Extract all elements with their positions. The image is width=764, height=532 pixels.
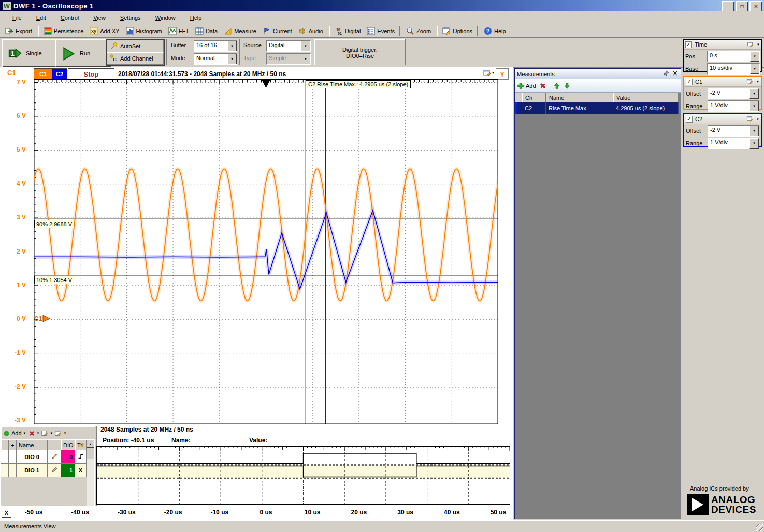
run-icon [61,46,76,61]
scroll-up-icon[interactable]: ▲ [87,440,94,448]
dio-trigger-cell[interactable] [75,450,87,464]
scroll-thumb[interactable] [87,448,94,459]
run-button[interactable]: Run [55,39,111,67]
menu-window[interactable]: Window [148,13,183,22]
dio-properties-button[interactable]: ▼ [55,430,67,437]
add-channel-button[interactable]: C Add Channel [107,52,164,65]
measurement-row[interactable]: C2Rise Time Max.4.2905 us (2 slope) [515,102,681,114]
toolbar-data-button[interactable]: Data [192,25,221,37]
close-button[interactable]: ✕ [749,1,762,12]
panel-options-icon[interactable] [746,115,754,123]
time-checkbox[interactable]: ✓ [685,41,692,48]
toolbar-current-button[interactable]: Current [260,25,295,37]
toolbar-audio-button[interactable]: Audio [295,25,326,37]
chevron-down-icon[interactable]: ▼ [749,138,759,149]
measurement-header-cell[interactable]: Value [613,93,679,102]
toolbar-add-xy-button[interactable]: xyAdd XY [87,25,122,37]
chevron-down-icon[interactable]: ▼ [301,41,310,51]
tab-c1[interactable]: C1 [34,68,52,80]
toolbar-histogram-button[interactable]: Histogram [123,25,165,37]
toolbar-zoom-button[interactable]: Zoom [403,25,434,37]
maximize-button[interactable]: □ [736,1,748,12]
chevron-down-icon[interactable]: ▼ [749,126,759,136]
toolbar-export-button[interactable]: Export [2,25,35,37]
menu-help[interactable]: Help [183,13,209,22]
dio-header-cell[interactable]: Name [17,440,48,450]
dio-value-cell[interactable]: 1 [61,464,75,477]
dio-header-cell[interactable]: Tri [75,440,87,450]
time-panel: ✓ Time ▼ Pos. 0 s▼ Base 10 us/div▼ [683,39,762,72]
dio-trigger-cell[interactable]: X [75,464,87,477]
c2-offset-select[interactable]: -2 V▼ [708,125,759,137]
chevron-down-icon[interactable]: ▼ [750,51,759,62]
y-axis-button[interactable]: Y [496,68,509,80]
plot-options-icon[interactable]: ▼ [483,69,495,77]
dio-edit-button[interactable]: ▼ [41,430,54,437]
c1-checkbox[interactable]: ✓ [686,79,693,85]
toolbar-measure-button[interactable]: Measure [221,25,260,37]
measurement-delete-button[interactable] [539,82,546,90]
toolbar-events-button[interactable]: Events [364,25,398,37]
measurement-move-down-button[interactable] [564,82,571,90]
measurement-header-cell[interactable]: Name [546,93,613,102]
menu-settings[interactable]: Settings [113,13,148,22]
data-icon [195,27,204,35]
source-select[interactable]: Digital▼ [266,40,311,52]
dio-value-cell[interactable]: 0 [61,450,75,464]
x-axis-button[interactable]: X [2,508,11,518]
oscilloscope-plot[interactable] [34,79,498,424]
dio-header-cell[interactable] [48,440,61,450]
chevron-down-icon[interactable]: ▼ [749,88,759,99]
c2-checkbox[interactable]: ✓ [686,116,693,123]
minimize-button[interactable]: _ [722,1,734,12]
chevron-down-icon[interactable]: ▼ [227,54,237,64]
mode-select[interactable]: Normal▼ [194,53,237,65]
panel-close-icon[interactable] [672,70,679,78]
dio-header-cell[interactable]: + [9,440,17,450]
measurement-header-cell[interactable]: Ch [522,93,546,102]
dio-delete-button[interactable]: ▼ [28,430,41,437]
chevron-down-icon[interactable]: ▼ [750,64,759,74]
toolbar-fft-button[interactable]: FFT [165,25,192,37]
toolbar-options-button[interactable]: Options [439,25,475,37]
dio-expand-cell[interactable] [9,450,17,464]
toolbar-digital-button[interactable]: 1001Digital [331,25,364,37]
menu-control[interactable]: Control [53,13,86,22]
c1-offset-select[interactable]: -2 V▼ [708,88,759,99]
stop-button[interactable]: Stop [68,68,114,80]
c2-range-select[interactable]: 1 V/div▼ [708,138,759,149]
dio-edit-cell[interactable] [48,450,61,464]
logic-analyzer-plot[interactable] [96,446,510,505]
measurement-header-cell[interactable] [515,93,522,102]
dio-edit-cell[interactable] [48,464,61,477]
menu-file[interactable]: File [5,13,29,22]
c1-offset-marker[interactable]: C1 [34,314,51,323]
tab-c2[interactable]: C2 [52,68,67,80]
base-select[interactable]: 10 us/div▼ [707,63,760,75]
pos-select[interactable]: 0 s▼ [707,51,760,62]
autoset-button[interactable]: AutoSet [107,40,164,52]
panel-options-icon[interactable] [747,41,754,49]
c1-range-select[interactable]: 1 V/div▼ [708,100,759,112]
dio-header-cell[interactable] [1,440,9,450]
buffer-select[interactable]: 16 of 16▼ [194,40,237,52]
dio-add-button[interactable]: Add▼ [3,430,27,437]
chevron-down-icon[interactable]: ▼ [227,41,237,51]
menu-edit[interactable]: Edit [29,13,53,22]
chevron-down-icon[interactable]: ▼ [749,101,759,111]
resize-grip[interactable] [756,524,763,531]
menu-view[interactable]: View [86,13,113,22]
panel-options-icon[interactable] [746,78,754,86]
c1-title: C1 [695,79,744,85]
toolbar-persistence-button[interactable]: Persistence [40,25,87,37]
single-button[interactable]: 1 Single [2,39,60,67]
pin-icon[interactable] [663,70,670,78]
dio-header-cell[interactable]: DIO [61,440,75,450]
measurement-move-up-button[interactable] [553,82,560,90]
cursor-90-label[interactable]: 90% 2.9688 V [34,220,74,228]
dio-expand-cell[interactable] [9,464,17,477]
measurement-add-button[interactable]: Add [517,82,536,90]
toolbar-help-button[interactable]: ?Help [481,25,509,37]
pos-label: Pos. [685,53,707,60]
cursor-10-label[interactable]: 10% 1.3054 V [34,276,74,284]
